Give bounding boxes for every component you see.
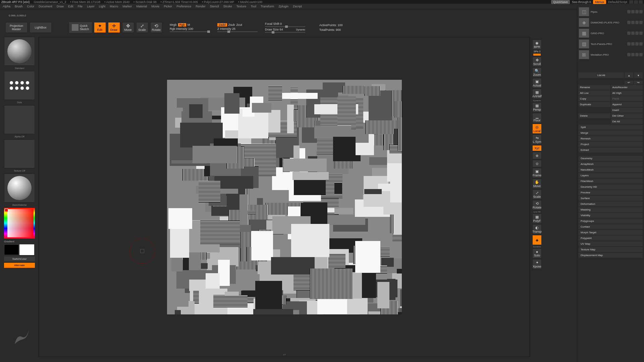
section-arraymesh[interactable]: ArrayMesh xyxy=(579,162,643,167)
swatch-white[interactable] xyxy=(19,244,34,255)
polyf-button[interactable]: ▦PolyF xyxy=(532,214,542,224)
actual-button[interactable]: ▣Actual xyxy=(532,78,542,88)
section-surface[interactable]: Surface xyxy=(579,196,643,201)
draw-size-label[interactable]: Draw Size 64 xyxy=(265,28,283,31)
seethrough-slider[interactable]: See-through 0 xyxy=(572,0,591,4)
material-slot[interactable]: BasicMaterial xyxy=(4,174,35,202)
xyz-button[interactable]: Xyz xyxy=(532,145,542,151)
menu-transform[interactable]: Transform xyxy=(261,5,274,8)
swatch-black[interactable] xyxy=(4,244,19,255)
canvas[interactable]: ▴▾ xyxy=(39,37,530,357)
color-picker[interactable] xyxy=(4,208,35,239)
delother-button[interactable]: Del Other xyxy=(611,113,643,118)
vis-icon[interactable] xyxy=(635,10,639,13)
paste-button[interactable]: Paste xyxy=(611,96,643,101)
vis-icon[interactable] xyxy=(627,42,631,46)
move-button[interactable]: ✥Move xyxy=(122,22,134,33)
section-nanomesh[interactable]: NanoMesh xyxy=(579,167,643,172)
menu-zplugin[interactable]: Zplugin xyxy=(279,5,289,8)
menu-movie[interactable]: Movie xyxy=(151,5,159,8)
menu-edit[interactable]: Edit xyxy=(68,5,73,8)
rename-button[interactable]: Rename xyxy=(579,85,610,90)
extract-section[interactable]: Extract xyxy=(579,147,643,153)
copy-button[interactable]: Copy xyxy=(579,96,610,101)
vis-icon[interactable] xyxy=(631,32,635,35)
menu-stencil[interactable]: Stencil xyxy=(210,5,219,8)
left-arrow-icon[interactable]: ↩ xyxy=(625,81,633,84)
camera-rotate-button[interactable]: ⟲Rotate xyxy=(532,200,542,210)
zadd-toggle[interactable]: Zadd xyxy=(217,23,227,26)
vis-icon[interactable] xyxy=(635,42,639,46)
xyz-picker[interactable]: ⊕ xyxy=(532,152,542,159)
vis-icon[interactable] xyxy=(635,53,639,56)
vis-icon[interactable] xyxy=(631,53,635,56)
edit-button[interactable]: ✦Edit xyxy=(94,22,106,33)
quicksketch-button[interactable]: Quick Sketch xyxy=(69,22,92,33)
section-preview[interactable]: Preview xyxy=(579,190,643,195)
lsym-button[interactable]: ⇋L.Sym xyxy=(532,134,542,144)
menu-color[interactable]: Color xyxy=(27,5,35,8)
section-texture-map[interactable]: Texture Map xyxy=(579,247,643,252)
zcut-toggle[interactable]: Zcut xyxy=(236,23,243,26)
remesh-section[interactable]: Remesh xyxy=(579,136,643,141)
vis-icon[interactable] xyxy=(631,21,635,24)
rgb-toggle[interactable]: Rgb xyxy=(178,23,186,26)
tool-row[interactable]: ◫Pipes xyxy=(579,7,643,17)
allhigh-button[interactable]: All High xyxy=(611,90,643,96)
min-icon[interactable] xyxy=(629,0,633,4)
projection-master-button[interactable]: Projection Master xyxy=(5,22,28,33)
section-layers[interactable]: Layers xyxy=(579,173,643,178)
close-icon[interactable] xyxy=(639,0,643,4)
section-polypaint[interactable]: Polypaint xyxy=(579,236,643,241)
max-icon[interactable] xyxy=(634,0,638,4)
vis-icon[interactable] xyxy=(639,21,643,24)
menu-macro[interactable]: Macro xyxy=(110,5,118,8)
vis-icon[interactable] xyxy=(627,53,631,56)
section-geometry[interactable]: Geometry xyxy=(579,156,643,161)
draw-size-slider[interactable] xyxy=(265,32,305,33)
bpr-button[interactable]: ◉BPR xyxy=(532,40,542,50)
scale-button[interactable]: ⤢Scale xyxy=(136,22,148,33)
camera-move-button[interactable]: ✋Move xyxy=(532,179,542,189)
listall-button[interactable]: List All xyxy=(579,72,624,78)
tool-row[interactable]: ⊞Medallion-PRO xyxy=(579,50,643,60)
gradient-label[interactable]: Gradient xyxy=(4,239,35,244)
menu-draw[interactable]: Draw xyxy=(57,5,64,8)
lightbox-button[interactable]: LightBox xyxy=(30,22,52,33)
z-intensity-slider[interactable] xyxy=(217,31,258,32)
section-masking[interactable]: Masking xyxy=(579,207,643,212)
default-zscript[interactable]: DefaultZScript xyxy=(608,0,627,4)
vis-icon[interactable] xyxy=(631,42,635,46)
section-displacement-map[interactable]: Displacement Map xyxy=(579,253,643,258)
vis-icon[interactable] xyxy=(635,21,639,24)
ghost-button[interactable]: ◈ xyxy=(532,235,542,245)
persp-button[interactable]: ▦Persp xyxy=(532,102,542,112)
z-intensity-label[interactable]: Z Intensity 25 xyxy=(217,27,235,31)
spix-slider[interactable] xyxy=(533,54,541,56)
right-arrow-icon[interactable]: ↪ xyxy=(634,81,643,84)
solo-button[interactable]: ●Solo xyxy=(532,248,542,258)
menu-brush[interactable]: Brush xyxy=(15,5,23,8)
vis-icon[interactable] xyxy=(639,42,643,46)
brush-slot[interactable]: Standard xyxy=(4,37,35,66)
texture-slot[interactable]: Texture Off xyxy=(4,139,35,168)
local-button[interactable]: ◎Local xyxy=(532,124,542,134)
menu-alpha[interactable]: Alpha xyxy=(3,5,10,8)
focal-shift-label[interactable]: Focal Shift 0 xyxy=(265,22,282,25)
menu-stroke[interactable]: Stroke xyxy=(223,5,232,8)
rotate-button[interactable]: ⟲Rotate xyxy=(150,22,163,33)
menu-material[interactable]: Material xyxy=(136,5,147,8)
section-contact[interactable]: Contact xyxy=(579,224,643,229)
switchcolor-button[interactable]: SwitchColor xyxy=(4,256,35,261)
section-uv-map[interactable]: UV Map xyxy=(579,241,643,246)
vis-icon[interactable] xyxy=(635,32,639,35)
floor-button[interactable]: ▁Floor xyxy=(532,113,542,123)
section-morph-target[interactable]: Morph Target xyxy=(579,230,643,235)
quicksave-button[interactable]: QuickSave xyxy=(551,0,570,4)
menu-zscript[interactable]: Zscript xyxy=(293,5,302,8)
insert-button[interactable]: Insert xyxy=(611,108,643,113)
merge-section[interactable]: Merge xyxy=(579,130,643,135)
m-toggle[interactable]: M xyxy=(187,23,190,26)
vis-icon[interactable] xyxy=(639,53,643,56)
menu-preference[interactable]: Preference xyxy=(176,5,191,8)
